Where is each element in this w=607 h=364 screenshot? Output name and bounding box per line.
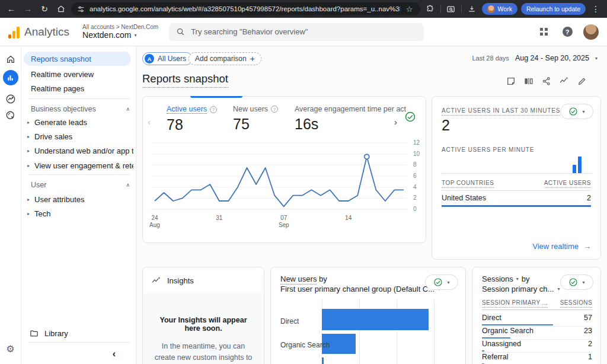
new-users-bar-chart[interactable]: Direct Organic Search Referral xyxy=(271,299,465,364)
sidebar-item-view-user-engagement[interactable]: ▸ View user engagement & rete... xyxy=(27,158,133,173)
app-header: Analytics All accounts > NextDen.Com Nex… xyxy=(0,18,607,46)
active-users-per-minute-chart[interactable] xyxy=(442,155,592,174)
table-row[interactable]: Unassigned2 xyxy=(482,340,592,348)
section-user[interactable]: User ∧ xyxy=(31,179,130,191)
collapse-section-icon[interactable]: ∧ xyxy=(126,182,130,188)
reports-nav-icon[interactable] xyxy=(3,70,18,85)
date-range-picker[interactable]: Last 28 days Aug 24 - Sep 20, 2025 ▾ xyxy=(472,54,598,62)
search-bar[interactable] xyxy=(169,23,424,41)
tab-avg-engagement-time[interactable]: Average engagement time per active us 16… xyxy=(295,105,406,133)
forward-icon[interactable]: → xyxy=(21,2,34,15)
edit-icon[interactable] xyxy=(577,76,587,86)
data-quality-check-icon[interactable] xyxy=(404,111,416,123)
sidebar-item-user-attributes[interactable]: ▸ User attributes xyxy=(27,192,133,206)
sidebar-item-realtime-pages[interactable]: Realtime pages xyxy=(31,81,131,95)
svg-text:8: 8 xyxy=(413,161,417,168)
diagnostics-grid-icon[interactable] xyxy=(536,24,551,40)
column-sessions[interactable]: SESSIONS xyxy=(560,299,592,308)
svg-text:12: 12 xyxy=(413,139,420,146)
active-users-trend-chart[interactable]: 02468101224Aug3107Sep14 xyxy=(148,138,423,238)
reload-icon[interactable]: ↻ xyxy=(38,2,51,15)
bar-referral[interactable] xyxy=(322,357,324,364)
minute-bar xyxy=(573,165,576,173)
advertising-nav-icon[interactable] xyxy=(5,110,16,121)
home-nav-icon[interactable] xyxy=(6,55,15,64)
all-users-segment-chip[interactable]: A All Users xyxy=(142,52,193,65)
share-icon[interactable] xyxy=(541,76,551,86)
table-row[interactable]: Direct57 xyxy=(482,314,592,322)
sidebar-divider xyxy=(28,174,130,175)
sidebar-item-library[interactable]: Library xyxy=(30,329,68,338)
expand-icon[interactable]: ▸ xyxy=(27,120,30,125)
bar-direct[interactable] xyxy=(322,309,429,330)
sidebar-divider xyxy=(28,98,130,99)
comparison-icon[interactable] xyxy=(523,76,533,86)
sessions-metric-label[interactable]: Sessions xyxy=(482,274,513,283)
expand-icon[interactable]: ▸ xyxy=(27,197,30,202)
explore-nav-icon[interactable] xyxy=(5,94,16,104)
data-quality-check-icon xyxy=(568,277,578,287)
sidebar-item-generate-leads[interactable]: ▸ Generate leads xyxy=(27,115,133,129)
back-icon[interactable]: ← xyxy=(5,2,18,15)
user-avatar[interactable] xyxy=(583,24,599,40)
insights-icon[interactable] xyxy=(559,76,569,86)
expand-icon[interactable]: ▸ xyxy=(27,211,30,216)
sidebar-item-drive-sales[interactable]: ▸ Drive sales xyxy=(27,129,133,143)
tab-new-users[interactable]: New users ? 75 xyxy=(233,105,287,133)
sidebar-item-reports-snapshot[interactable]: Reports snapshot xyxy=(24,52,131,66)
collapse-section-icon[interactable]: ∧ xyxy=(126,106,130,112)
info-icon[interactable]: ? xyxy=(271,106,278,113)
expand-icon[interactable]: ▸ xyxy=(27,163,30,168)
collapse-sidebar-icon[interactable]: ‹ xyxy=(113,349,116,359)
expand-icon[interactable]: ▸ xyxy=(27,148,30,154)
browser-menu-icon[interactable]: ⋮ xyxy=(589,2,602,15)
metrics-scroll-right-icon[interactable]: › xyxy=(394,117,397,127)
home-icon[interactable] xyxy=(55,2,68,15)
search-input[interactable] xyxy=(191,27,417,36)
metrics-scroll-left-icon[interactable]: ‹ xyxy=(148,117,151,127)
site-settings-icon[interactable] xyxy=(77,5,85,13)
chevron-down-icon: ▾ xyxy=(516,276,519,282)
table-row[interactable]: Organic Search23 xyxy=(482,327,592,335)
account-switcher[interactable]: All accounts > NextDen.Com Nextden.com ▾ xyxy=(82,24,158,40)
snapshot-card-icon[interactable] xyxy=(506,76,516,86)
data-quality-check-icon xyxy=(433,277,443,287)
admin-gear-icon[interactable]: ⚙ xyxy=(6,343,14,355)
new-users-metric-label[interactable]: New users xyxy=(280,274,317,285)
address-bar[interactable]: analytics.google.com/analytics/web/#/a32… xyxy=(71,2,420,15)
section-business-objectives[interactable]: Business objectives ∧ xyxy=(31,103,130,115)
realtime-status-pill[interactable]: ▾ xyxy=(560,104,593,119)
browser-profile-chip[interactable]: Work xyxy=(482,3,517,15)
add-comparison-button[interactable]: Add comparison + xyxy=(189,52,261,65)
insights-body: Your Insights will appear here soon. In … xyxy=(143,293,264,364)
country-row[interactable]: United States 2 xyxy=(442,194,591,202)
url-text[interactable]: analytics.google.com/analytics/web/#/a32… xyxy=(90,5,400,12)
new-users-status-pill[interactable]: ▾ xyxy=(425,274,458,290)
sidebar-item-tech[interactable]: ▸ Tech xyxy=(27,206,133,221)
channel-dimension-picker[interactable]: First user primary channel group (Defaul… xyxy=(280,285,440,293)
session-dimension-picker[interactable]: Session primary ch... ▾ xyxy=(482,285,560,293)
table-row[interactable]: Referral1 xyxy=(482,353,592,361)
top-countries-header[interactable]: TOP COUNTRIES xyxy=(442,180,494,188)
extensions-icon[interactable] xyxy=(424,2,437,15)
chevron-down-icon: ▾ xyxy=(582,109,584,114)
analytics-logo-icon[interactable] xyxy=(8,25,20,39)
view-realtime-link[interactable]: View realtime → xyxy=(532,242,591,251)
bookmark-star-icon[interactable]: ☆ xyxy=(405,4,414,14)
tab-active-users[interactable]: Active users ? 78 xyxy=(167,105,226,133)
sidebar-item-understand-web-app[interactable]: ▸ Understand web and/or app t... xyxy=(27,143,133,158)
expand-icon[interactable]: ▸ xyxy=(27,134,30,139)
relaunch-to-update-button[interactable]: Relaunch to update xyxy=(521,3,586,15)
bar-label: Direct xyxy=(280,317,299,325)
chevron-down-icon: ▾ xyxy=(135,33,137,38)
bar-label: Organic Search xyxy=(280,341,330,349)
active-users-header[interactable]: ACTIVE USERS xyxy=(544,180,591,188)
info-icon[interactable]: ? xyxy=(210,106,217,113)
sidebar-item-realtime-overview[interactable]: Realtime overview xyxy=(31,67,131,81)
svg-text:07: 07 xyxy=(280,215,287,221)
column-channel[interactable]: SESSION PRIMARY ... xyxy=(482,299,548,308)
search-tabs-icon[interactable] xyxy=(445,2,458,15)
download-icon[interactable] xyxy=(465,2,478,15)
sessions-status-pill[interactable]: ▾ xyxy=(560,274,593,290)
help-icon[interactable]: ? xyxy=(560,24,575,40)
